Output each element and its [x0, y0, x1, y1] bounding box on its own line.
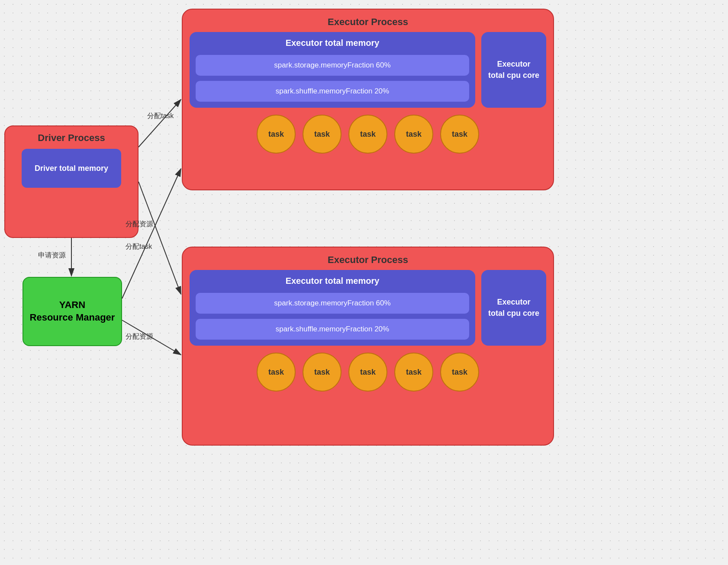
task-circle: task [440, 353, 479, 392]
task-circle: task [257, 115, 296, 154]
task-circle: task [394, 353, 433, 392]
arrow-distribute-task1 [139, 100, 181, 147]
executor-process-bottom: Executor Process Executor total memory s… [182, 247, 554, 446]
yarn-label: YARNResource Manager [30, 299, 115, 324]
task-circle: task [440, 115, 479, 154]
driver-memory-label: Driver total memory [35, 164, 108, 173]
executor-bottom-cpu-box: Executortotal cpu core [481, 270, 546, 346]
task-circle: task [348, 353, 387, 392]
executor-bottom-memory-box: Executor total memory spark.storage.memo… [190, 270, 475, 346]
task-circle: task [303, 115, 341, 154]
driver-process-box: Driver Process Driver total memory [4, 125, 139, 238]
task-circle: task [394, 115, 433, 154]
executor-top-cpu-box: Executortotal cpu core [481, 32, 546, 108]
task-circle: task [257, 353, 296, 392]
executor-bottom-memory-title: Executor total memory [196, 276, 469, 286]
executor-top-fraction1: spark.storage.memoryFraction 60% [196, 55, 469, 76]
executor-top-task-row: task task task task task [190, 115, 546, 154]
yarn-resource-manager-box: YARNResource Manager [23, 277, 122, 346]
executor-top-title: Executor Process [190, 16, 546, 28]
label-distribute-resources2: 分配资源 [126, 332, 153, 341]
label-apply-resources: 申请资源 [38, 251, 66, 260]
label-distribute-task2: 分配task [126, 242, 152, 251]
task-circle: task [303, 353, 341, 392]
diagram-container: Driver Process Driver total memory YARNR… [0, 0, 728, 565]
driver-process-label: Driver Process [38, 132, 105, 144]
label-distribute-resources1: 分配资源 [126, 220, 153, 229]
executor-top-memory-title: Executor total memory [196, 38, 469, 48]
executor-bottom-fraction1: spark.storage.memoryFraction 60% [196, 293, 469, 314]
executor-bottom-fraction2: spark.shuffle.memoryFraction 20% [196, 319, 469, 340]
label-distribute-task1: 分配task [147, 112, 174, 121]
arrow-distribute-task2 [139, 182, 181, 294]
driver-total-memory-box: Driver total memory [22, 149, 121, 188]
executor-bottom-task-row: task task task task task [190, 353, 546, 392]
executor-process-top: Executor Process Executor total memory s… [182, 9, 554, 190]
executor-top-memory-box: Executor total memory spark.storage.memo… [190, 32, 475, 108]
task-circle: task [348, 115, 387, 154]
executor-top-fraction2: spark.shuffle.memoryFraction 20% [196, 81, 469, 102]
executor-bottom-title: Executor Process [190, 254, 546, 266]
